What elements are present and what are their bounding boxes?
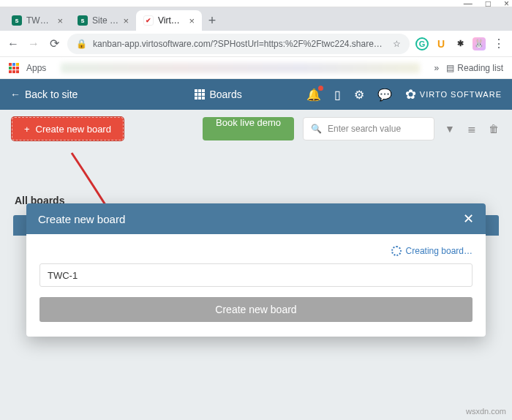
browser-tabstrip: s TWC - H × s Site Con × ✔ Virto Ka × +: [0, 7, 512, 31]
list-view-icon[interactable]: ≣: [465, 123, 478, 135]
create-label: Create new board: [36, 124, 111, 135]
blurred-bookmarks: [61, 63, 419, 73]
bookmark-star-icon[interactable]: ☆: [393, 39, 401, 49]
sharepoint-icon: s: [12, 15, 22, 26]
close-icon[interactable]: ×: [123, 15, 129, 26]
lock-icon: 🔒: [76, 39, 87, 49]
search-input[interactable]: 🔍 Enter search value: [303, 117, 434, 140]
extensions-puzzle-icon[interactable]: ✱: [453, 37, 467, 50]
book-demo-button[interactable]: Book live demo: [203, 117, 294, 140]
trash-icon[interactable]: 🗑: [487, 123, 500, 135]
status-text: Creating board…: [406, 246, 473, 256]
bell-icon[interactable]: 🔔: [306, 88, 321, 102]
apps-label[interactable]: Apps: [26, 63, 46, 73]
reading-list-icon: ▤: [446, 63, 454, 73]
new-tab-button[interactable]: +: [202, 10, 222, 31]
grammarly-icon[interactable]: G: [415, 37, 429, 50]
watermark: wsxdn.com: [466, 407, 506, 416]
back-to-site-link[interactable]: ← Back to site: [10, 89, 78, 100]
chat-icon[interactable]: 💬: [377, 88, 392, 102]
forward-button[interactable]: →: [26, 37, 41, 50]
virto-icon: ✔: [143, 15, 154, 26]
extension-u-icon[interactable]: U: [434, 37, 448, 50]
boards-nav[interactable]: Boards: [195, 89, 241, 100]
window-close[interactable]: ×: [504, 0, 509, 9]
logo-text: VIRTO SOFTWARE: [420, 90, 502, 99]
board-name-input[interactable]: [39, 263, 473, 287]
menu-icon[interactable]: ⋮: [492, 37, 506, 50]
window-minimize[interactable]: —: [464, 0, 473, 9]
create-new-board-button[interactable]: + Create new board: [12, 117, 124, 140]
search-placeholder: Enter search value: [328, 124, 401, 134]
create-board-submit-button[interactable]: Create new board: [39, 297, 473, 322]
boards-label: Boards: [209, 89, 241, 100]
window-maximize[interactable]: □: [486, 0, 491, 9]
filter-icon[interactable]: ▼: [443, 123, 456, 135]
tab-virto[interactable]: ✔ Virto Ka ×: [136, 10, 202, 31]
app-header: ← Back to site Boards 🔔 ▯ ⚙ 💬 ✿ VIRTO SO…: [0, 79, 512, 110]
create-board-modal: Create new board ✕ Creating board… Creat…: [26, 203, 486, 337]
window-titlebar: — □ ×: [0, 0, 512, 7]
logo-mark-icon: ✿: [405, 86, 417, 102]
virto-logo[interactable]: ✿ VIRTO SOFTWARE: [405, 86, 502, 102]
grid-icon: [195, 89, 205, 100]
url-field[interactable]: 🔒 kanban-app.virtosoftware.com/?SPHostUr…: [67, 34, 410, 54]
search-icon: 🔍: [311, 124, 322, 134]
bookmarks-bar: Apps » ▤ Reading list: [0, 57, 512, 79]
sharepoint-icon: s: [78, 15, 88, 26]
back-label: Back to site: [25, 89, 78, 100]
reading-list-button[interactable]: ▤ Reading list: [446, 63, 503, 73]
modal-header: Create new board ✕: [26, 203, 486, 234]
url-text: kanban-app.virtosoftware.com/?SPHostUrl=…: [93, 39, 387, 49]
close-icon[interactable]: ×: [189, 15, 195, 26]
address-bar: ← → ⟳ 🔒 kanban-app.virtosoftware.com/?SP…: [0, 31, 512, 57]
tab-title: TWC - H: [26, 15, 53, 26]
tab-title: Site Con: [92, 15, 118, 26]
arrow-left-icon: ←: [10, 89, 20, 100]
toolbar: + Create new board Book live demo 🔍 Ente…: [0, 110, 512, 148]
spinner-icon: [391, 246, 402, 256]
plus-icon: +: [24, 124, 30, 135]
more-bookmarks-icon[interactable]: »: [434, 63, 440, 73]
modal-title: Create new board: [38, 213, 125, 225]
tab-title: Virto Ka: [158, 15, 184, 26]
close-icon[interactable]: ×: [57, 15, 63, 26]
profile-rabbit-icon[interactable]: 🐰: [473, 37, 486, 50]
book-icon[interactable]: ▯: [334, 88, 341, 102]
gear-icon[interactable]: ⚙: [354, 88, 364, 102]
tab-twc[interactable]: s TWC - H ×: [4, 10, 70, 31]
back-button[interactable]: ←: [6, 37, 20, 50]
reload-button[interactable]: ⟳: [47, 37, 61, 50]
tab-sitecon[interactable]: s Site Con ×: [70, 10, 136, 31]
close-icon[interactable]: ✕: [463, 211, 474, 227]
apps-grid-icon[interactable]: [9, 63, 19, 73]
reading-list-label: Reading list: [457, 63, 503, 73]
creating-status: Creating board…: [39, 246, 473, 256]
